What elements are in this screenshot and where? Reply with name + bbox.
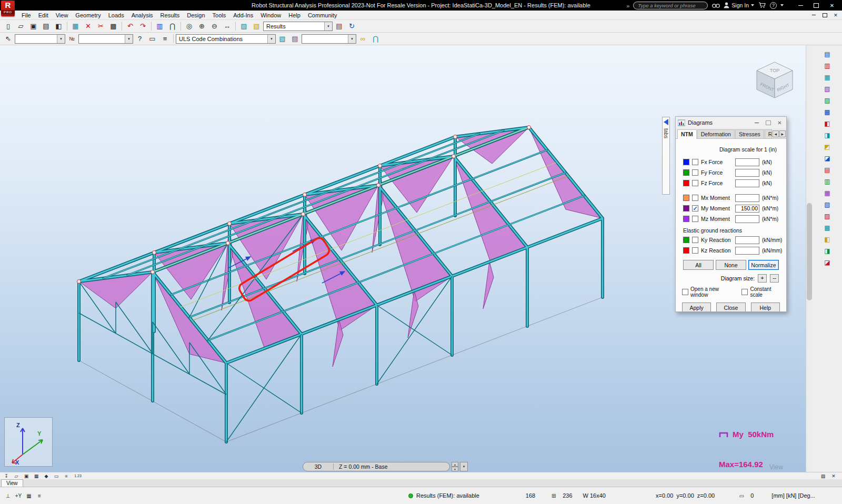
snap-settings-button[interactable]: ⊥: [3, 491, 13, 500]
mz-moment-input[interactable]: [735, 215, 759, 223]
help-icon[interactable]: [770, 2, 777, 9]
display-shading-button[interactable]: [357, 33, 369, 44]
menu-tools[interactable]: Tools: [209, 11, 230, 20]
binoculars-icon[interactable]: [711, 1, 720, 9]
constant-scale-checkbox[interactable]: [741, 289, 748, 295]
mdi-close-button[interactable]: [833, 12, 839, 18]
right-rail-button[interactable]: ▤: [822, 165, 833, 175]
save-project-button[interactable]: [27, 21, 39, 32]
vertical-scrollbar[interactable]: [806, 45, 813, 472]
diagrams-dialog-titlebar[interactable]: Diagrams: [676, 117, 786, 128]
combo-arrow-icon[interactable]: [348, 35, 356, 43]
bottom-toolbar-button[interactable]: ▱: [12, 473, 21, 479]
tabs-panel[interactable]: tabs: [662, 117, 670, 195]
plane-down-button[interactable]: [452, 467, 458, 471]
scrollbar-thumb[interactable]: [807, 203, 812, 300]
component-combo[interactable]: [302, 34, 356, 44]
right-rail-button[interactable]: ◪: [822, 258, 833, 267]
combo-arrow-icon[interactable]: [324, 22, 332, 31]
fz-force-input[interactable]: [735, 179, 759, 187]
sign-in-button[interactable]: Sign In: [724, 2, 754, 8]
right-rail-button[interactable]: ▨: [822, 211, 833, 221]
right-rail-button[interactable]: ▩: [822, 107, 833, 117]
diagram-size-plus-button[interactable]: +: [758, 274, 767, 283]
right-rail-button[interactable]: ▦: [822, 188, 833, 198]
bottom-toolbar-button[interactable]: ≡: [62, 473, 71, 479]
lock-results-button[interactable]: [369, 33, 382, 44]
help-button[interactable]: Help: [751, 303, 780, 312]
right-rail-button[interactable]: ▩: [822, 223, 833, 233]
menu-design[interactable]: Design: [183, 11, 208, 20]
dialog-minimize-button[interactable]: [752, 119, 761, 127]
fx-force-input[interactable]: [735, 158, 759, 166]
apply-button[interactable]: Apply: [682, 303, 711, 312]
plane-dropdown-button[interactable]: [460, 462, 468, 471]
grid-button[interactable]: ▦: [24, 491, 34, 500]
layers-button[interactable]: ≡: [35, 491, 44, 500]
mx-moment-input[interactable]: [735, 194, 759, 202]
bottom-toolbar-button[interactable]: ↧: [2, 473, 11, 479]
my-moment-input[interactable]: [735, 205, 759, 213]
units-indicator[interactable]: [mm] [kN] [Deg...: [771, 492, 815, 499]
print-preview-button[interactable]: [53, 21, 65, 32]
fz-force-checkbox[interactable]: [692, 180, 698, 186]
viewcube-top-label[interactable]: TOP: [770, 68, 779, 73]
delete-button[interactable]: [82, 21, 94, 32]
right-rail-button[interactable]: ◩: [822, 142, 833, 152]
redo-button[interactable]: [137, 21, 149, 32]
right-rail-button[interactable]: ◧: [822, 235, 833, 244]
expand-panel-arrow-icon[interactable]: [664, 119, 668, 125]
mdi-minimize-button[interactable]: [810, 12, 817, 18]
zoom-select-button[interactable]: [183, 21, 195, 32]
combo-arrow-icon[interactable]: [267, 35, 275, 43]
right-rail-button[interactable]: ▤: [822, 49, 833, 59]
tables-button[interactable]: [154, 21, 166, 32]
combo-arrow-icon[interactable]: [125, 35, 133, 43]
menu-community[interactable]: Community: [304, 11, 341, 20]
menu-results[interactable]: Results: [157, 11, 184, 20]
axis-display-button[interactable]: +Y: [14, 491, 23, 500]
chevron-icon[interactable]: [626, 1, 629, 10]
work-plane-selector[interactable]: Z = 0.00 mm - Base: [334, 463, 449, 470]
menu-view[interactable]: View: [52, 11, 72, 20]
menu-window[interactable]: Window: [257, 11, 285, 20]
select-pointer-button[interactable]: [2, 33, 14, 44]
tab-ntm[interactable]: NTM: [677, 129, 697, 139]
member-selection-combo[interactable]: [78, 34, 133, 44]
bottom-toolbar-button[interactable]: 1.23: [72, 473, 84, 479]
diagram-combinations-button[interactable]: [289, 33, 301, 44]
dimensions-button[interactable]: [159, 33, 171, 44]
mdi-restore-button[interactable]: [821, 12, 828, 18]
lock-view-button[interactable]: [166, 21, 178, 32]
ky-reaction-input[interactable]: [735, 236, 759, 244]
plane-up-button[interactable]: [452, 462, 458, 467]
kz-reaction-checkbox[interactable]: [692, 247, 698, 254]
keyword-search-input[interactable]: [633, 2, 708, 9]
cart-icon[interactable]: [758, 1, 766, 9]
preferences-button[interactable]: [346, 21, 358, 32]
menu-geometry[interactable]: Geometry: [72, 11, 104, 20]
screen-capture-button[interactable]: [69, 21, 82, 32]
bottom-toolbar-button[interactable]: ◆: [42, 473, 51, 479]
open-new-window-checkbox[interactable]: [682, 289, 688, 295]
results-status[interactable]: Results (FEM): available: [408, 492, 479, 499]
right-rail-button[interactable]: ▥: [822, 61, 833, 70]
bottom-toolbar-button[interactable]: ▭: [52, 473, 61, 479]
right-rail-button[interactable]: ▨: [822, 96, 833, 105]
kz-reaction-input[interactable]: [735, 247, 759, 255]
dialog-close-button[interactable]: [775, 119, 784, 127]
close-dialog-button[interactable]: Close: [716, 303, 745, 312]
ky-reaction-checkbox[interactable]: [692, 237, 698, 243]
tab-deformation[interactable]: Deformation: [697, 129, 735, 138]
none-button[interactable]: None: [716, 260, 746, 270]
right-rail-button[interactable]: ◨: [822, 246, 833, 256]
my-moment-checkbox[interactable]: [692, 205, 698, 211]
mz-moment-checkbox[interactable]: [692, 216, 698, 222]
all-button[interactable]: All: [683, 260, 714, 270]
open-project-button[interactable]: [15, 21, 27, 32]
tab-scroll-left-button[interactable]: [773, 130, 779, 137]
member-numbers-button[interactable]: [66, 33, 78, 44]
right-rail-button[interactable]: ▧: [822, 84, 833, 94]
diagram-size-minus-button[interactable]: --: [770, 274, 779, 283]
undo-button[interactable]: [124, 21, 136, 32]
